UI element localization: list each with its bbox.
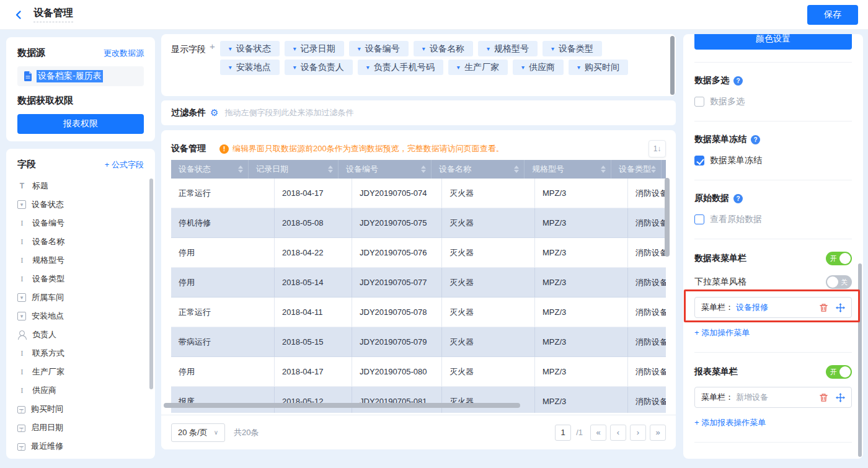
menu-freeze-checkbox-row[interactable]: 数据菜单冻结 (694, 155, 852, 166)
sort-arrows-icon[interactable] (514, 166, 519, 173)
field-list-item[interactable]: 所属车间 (17, 288, 144, 307)
table-row[interactable]: 报废 2018-05-12 JDY20190705-081 灭火器 MPZ/3 … (171, 387, 666, 413)
page-size-select[interactable]: 20 条/页 ∨ (171, 423, 225, 442)
datasource-item[interactable]: 设备档案-履历表 (17, 66, 144, 86)
table-menu-toggle[interactable]: 开 (826, 252, 852, 265)
table-row[interactable]: 停用 2018-04-17 JDY20190705-080 灭火器 MPZ/3 … (171, 357, 666, 387)
back-button[interactable] (10, 6, 27, 24)
sort-arrows-icon[interactable] (328, 166, 333, 173)
fields-scrollbar[interactable] (149, 179, 153, 389)
table-header-cell[interactable]: 设备状态 (171, 160, 249, 179)
table-row[interactable]: 停用 2018-05-14 JDY20190705-077 灭火器 MPZ/3 … (171, 268, 666, 298)
formula-field-link[interactable]: + 公式字段 (105, 159, 144, 170)
delete-icon[interactable] (819, 393, 828, 402)
chip-dropdown-icon[interactable]: ▾ (577, 64, 580, 71)
field-list-item[interactable]: 供应商 (17, 381, 144, 400)
chip-dropdown-icon[interactable]: ▾ (521, 64, 525, 71)
field-list-item[interactable]: 标题 (17, 177, 144, 195)
field-list-item[interactable]: 负责人 (17, 325, 144, 344)
table-row[interactable]: 正常运行 2018-04-11 JDY20190705-078 灭火器 MPZ/… (171, 298, 666, 327)
dropdown-style-toggle[interactable]: 关 (826, 275, 852, 289)
chip-dropdown-icon[interactable]: ▾ (229, 45, 232, 52)
chip-dropdown-icon[interactable]: ▾ (422, 45, 425, 52)
display-field-chip[interactable]: ▾ 规格型号 (478, 41, 538, 56)
display-field-chip[interactable]: ▾ 设备名称 (414, 41, 473, 56)
display-field-chip[interactable]: ▾ 设备编号 (349, 41, 409, 56)
report-permission-button[interactable]: 报表权限 (17, 114, 144, 134)
sort-arrows-icon[interactable] (238, 166, 243, 173)
field-list-item[interactable]: 设备编号 (17, 214, 144, 232)
field-list-item[interactable]: 设备类型 (17, 270, 144, 288)
field-list-item[interactable]: 规格型号 (17, 251, 144, 270)
menu-item-name[interactable]: 设备报修 (736, 302, 768, 313)
first-page-button[interactable]: « (590, 425, 606, 441)
sort-order-button[interactable]: 1↓ (649, 140, 666, 157)
add-display-field-button[interactable]: + (210, 41, 215, 89)
settings-panel-scrollbar[interactable] (858, 263, 862, 457)
table-header-cell[interactable]: 记录日期 (249, 160, 339, 179)
next-page-button[interactable]: › (630, 425, 646, 441)
chip-dropdown-icon[interactable]: ▾ (358, 45, 361, 52)
display-field-chip[interactable]: ▾ 购买时间 (569, 60, 628, 75)
display-field-chip[interactable]: ▾ 设备负责人 (285, 60, 353, 75)
field-list-item[interactable]: 购买时间 (17, 400, 144, 418)
multi-select-checkbox-row[interactable]: 数据多选 (694, 96, 852, 107)
sort-arrows-icon[interactable] (601, 166, 606, 173)
move-icon[interactable] (836, 303, 845, 312)
table-row[interactable]: 带病运行 2018-05-15 JDY20190705-079 灭火器 MPZ/… (171, 327, 666, 357)
sort-arrows-icon[interactable] (421, 166, 426, 173)
table-header-cell[interactable]: 设备编号 (339, 160, 432, 179)
move-icon[interactable] (836, 393, 845, 402)
table-header-cell[interactable]: 设备类型 (611, 160, 662, 179)
checkbox-icon[interactable] (694, 97, 704, 107)
table-row[interactable]: 停机待修 2018-05-08 JDY20190705-075 灭火器 MPZ/… (171, 208, 666, 238)
field-list-item[interactable]: 最近维修 (17, 437, 144, 456)
field-list-item[interactable]: 生产厂家 (17, 363, 144, 381)
field-list-item[interactable]: 联系方式 (17, 344, 144, 363)
table-horizontal-scrollbar[interactable] (164, 403, 520, 408)
add-action-menu-link[interactable]: + 添加操作菜单 (694, 327, 750, 338)
prev-page-button[interactable]: ‹ (610, 425, 626, 441)
checkbox-icon[interactable] (694, 214, 704, 224)
chip-dropdown-icon[interactable]: ▾ (487, 45, 490, 52)
help-icon[interactable]: ? (733, 194, 743, 203)
save-button[interactable]: 保存 (807, 5, 858, 25)
color-settings-button[interactable]: 颜色设置 (694, 34, 852, 50)
chip-dropdown-icon[interactable]: ▾ (229, 64, 232, 71)
table-header-cell[interactable]: 设备名称 (432, 160, 525, 179)
display-field-chip[interactable]: ▾ 设备类型 (542, 41, 602, 56)
page-title[interactable]: 设备管理 (33, 7, 73, 22)
help-icon[interactable]: ? (733, 76, 743, 86)
table-menu-item[interactable]: 菜单栏： 设备报修 (694, 297, 852, 318)
display-field-chip[interactable]: ▾ 生产厂家 (448, 60, 508, 75)
field-list-item[interactable]: 安装地点 (17, 307, 144, 325)
sort-arrows-icon[interactable] (651, 166, 656, 173)
chip-dropdown-icon[interactable]: ▾ (457, 64, 460, 71)
table-vertical-scrollbar[interactable] (665, 178, 670, 257)
current-page-input[interactable]: 1 (555, 425, 571, 441)
report-menu-item[interactable]: 菜单栏： 新增设备 (694, 387, 852, 408)
display-field-chip[interactable]: ▾ 负责人手机号码 (358, 60, 443, 75)
table-header-cell[interactable]: 规格型号 (525, 160, 611, 179)
last-page-button[interactable]: » (650, 425, 666, 441)
chip-dropdown-icon[interactable]: ▾ (293, 64, 296, 71)
raw-data-checkbox-row[interactable]: 查看原始数据 (694, 214, 852, 225)
menu-item-name[interactable]: 新增设备 (736, 392, 768, 403)
change-datasource-link[interactable]: 更改数据源 (104, 48, 144, 59)
table-row[interactable]: 正常运行 2018-04-17 JDY20190705-074 灭火器 MPZ/… (171, 179, 666, 208)
display-field-chip[interactable]: ▾ 记录日期 (285, 41, 344, 56)
display-field-chip[interactable]: ▾ 供应商 (513, 60, 564, 75)
table-row[interactable]: 停用 2018-04-22 JDY20190705-076 灭火器 MPZ/3 … (171, 238, 666, 268)
middle-panel-scrollbar[interactable] (670, 36, 675, 95)
delete-icon[interactable] (819, 303, 828, 312)
chip-dropdown-icon[interactable]: ▾ (293, 45, 296, 52)
add-report-action-menu-link[interactable]: + 添加报表操作菜单 (694, 417, 766, 428)
field-list-item[interactable]: 设备名称 (17, 232, 144, 251)
checkbox-checked-icon[interactable] (694, 156, 704, 166)
field-list-item[interactable]: 启用日期 (17, 418, 144, 437)
filter-panel[interactable]: 过滤条件 ⚙ 拖动左侧字段到此处来添加过滤条件 (161, 100, 676, 125)
display-field-chip[interactable]: ▾ 安装地点 (220, 60, 280, 75)
report-menu-toggle[interactable]: 开 (826, 365, 852, 379)
help-icon[interactable]: ? (751, 135, 760, 144)
chip-dropdown-icon[interactable]: ▾ (366, 64, 370, 71)
